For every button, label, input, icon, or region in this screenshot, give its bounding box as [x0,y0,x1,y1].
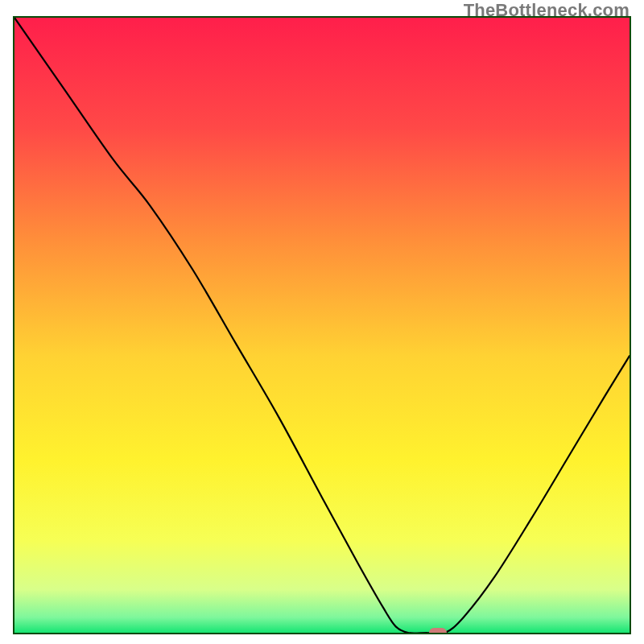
plot-area [13,16,631,634]
optimal-point-marker [429,628,447,634]
bottleneck-curve [14,18,630,633]
chart-container: TheBottleneck.com [0,0,644,644]
